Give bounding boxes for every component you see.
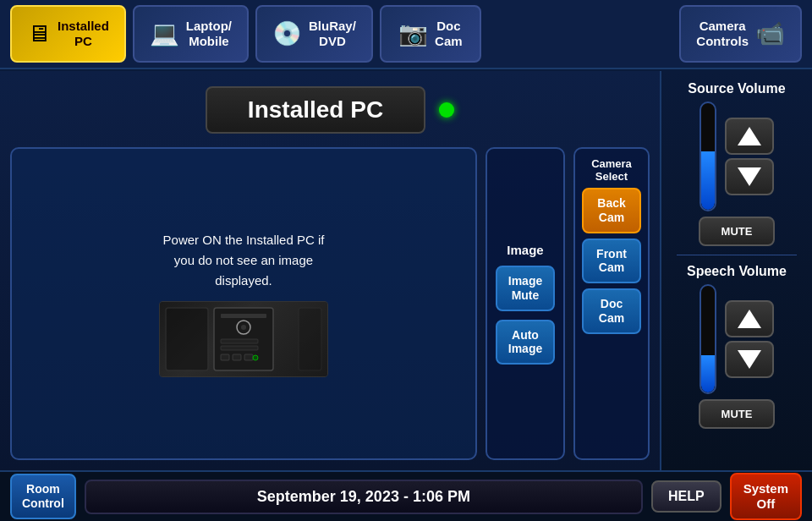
bottom-bar: Room Control September 19, 2023 - 1:06 P… [0,470,812,521]
arrow-up-icon-2 [738,310,761,328]
right-sidebar: Source Volume MUTE Speech Volume [660,71,812,470]
source-mute-button[interactable]: MUTE [699,217,775,246]
speech-volume-row [670,284,804,394]
laptop-icon: 💻 [150,22,179,46]
nav-laptop-label: Laptop/ Mobile [186,19,232,49]
camera-select-label: Camera Select [591,157,632,183]
nav-laptop-mobile[interactable]: 💻 Laptop/ Mobile [133,5,249,63]
image-section-label: Image [507,243,543,257]
source-volume-slider[interactable] [700,101,716,211]
svg-rect-11 [299,308,321,370]
room-control-button[interactable]: Room Control [10,474,76,519]
pc-info-text: Power ON the Installed PC if you do not … [163,230,325,291]
help-button[interactable]: HELP [651,480,721,513]
svg-rect-1 [221,314,266,318]
speech-mute-button[interactable]: MUTE [699,399,775,429]
nav-installed-pc-label: Installed PC [58,19,109,49]
source-volume-up-button[interactable] [725,118,774,155]
speech-volume-section: Speech Volume MUTE [670,264,804,429]
svg-rect-5 [221,346,258,350]
pc-info-box: Power ON the Installed PC if you do not … [10,147,477,460]
camera-icon: 📹 [755,22,785,46]
left-content: Installed PC Power ON the Installed PC i… [0,71,660,470]
source-volume-buttons [725,118,774,195]
nav-bluray-dvd[interactable]: 💿 BluRay/ DVD [255,5,373,63]
system-off-button[interactable]: System Off [730,473,802,520]
content-row: Power ON the Installed PC if you do not … [10,147,650,460]
arrow-up-icon [738,127,761,145]
pc-svg [163,304,324,375]
svg-rect-7 [233,354,241,360]
svg-point-3 [241,325,246,330]
pc-icon: 🖥 [27,22,51,46]
source-volume-fill [701,151,715,210]
datetime-display: September 19, 2023 - 1:06 PM [85,480,643,514]
source-volume-label: Source Volume [688,81,785,96]
nav-installed-pc[interactable]: 🖥 Installed PC [10,5,126,63]
nav-doc-cam[interactable]: 📷 Doc Cam [380,5,481,63]
main-area: Installed PC Power ON the Installed PC i… [0,71,812,470]
svg-rect-4 [221,339,258,343]
arrow-down-icon-2 [738,350,761,369]
svg-point-9 [253,355,258,360]
nav-doc-cam-label: Doc Cam [435,19,463,49]
camera-select-panel: Camera Select Back Cam Front Cam Doc Cam [573,147,650,460]
speech-volume-slider[interactable] [700,284,716,394]
volume-divider [677,255,797,255]
arrow-down-icon [738,167,761,186]
source-volume-down-button[interactable] [725,158,774,195]
source-volume-section: Source Volume MUTE [670,81,804,246]
doc-cam-button[interactable]: Doc Cam [582,288,641,334]
nav-bluray-label: BluRay/ DVD [309,19,356,49]
speech-volume-up-button[interactable] [725,300,774,337]
image-mute-button[interactable]: Image Mute [496,266,555,311]
auto-image-button[interactable]: Auto Image [496,320,555,365]
title-bar: Installed PC [206,86,454,134]
pc-image-inner [160,302,327,376]
speech-volume-fill [701,355,715,392]
top-nav: 🖥 Installed PC 💻 Laptop/ Mobile 💿 BluRay… [0,0,812,69]
nav-camera-controls[interactable]: Camera Controls 📹 [679,5,802,63]
speech-volume-down-button[interactable] [725,341,774,378]
source-title: Installed PC [206,86,425,134]
speech-volume-buttons [725,300,774,378]
speech-volume-label: Speech Volume [687,264,787,279]
status-dot [439,102,454,118]
source-volume-row [670,101,804,211]
disc-icon: 💿 [272,22,302,46]
svg-rect-8 [244,354,253,360]
nav-camera-label: Camera Controls [696,19,749,49]
doccam-icon: 📷 [398,22,428,46]
back-cam-button[interactable]: Back Cam [582,188,641,233]
svg-rect-10 [166,308,208,370]
image-controls: Image Image Mute Auto Image [486,147,565,460]
pc-image [159,301,328,377]
svg-rect-6 [221,354,229,360]
front-cam-button[interactable]: Front Cam [582,239,641,284]
